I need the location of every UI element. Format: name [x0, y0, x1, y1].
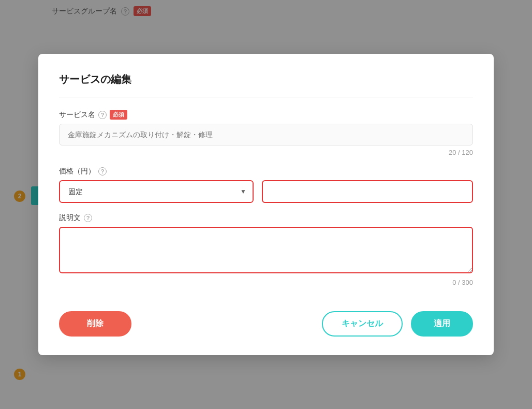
price-help-icon[interactable]: ?: [98, 167, 107, 176]
price-value-input[interactable]: [262, 180, 473, 203]
price-type-select[interactable]: 固定 変動 無料: [60, 181, 253, 202]
modal-footer: 削除 キャンセル 適用: [59, 311, 473, 337]
modal-overlay: サービスの編集 サービス名 ? 必須 20 / 120 価格（円） ? 固定: [0, 0, 532, 409]
service-name-help-icon[interactable]: ?: [98, 111, 107, 119]
delete-button[interactable]: 削除: [59, 311, 131, 337]
service-name-label-row: サービス名 ? 必須: [59, 110, 473, 120]
description-label: 説明文: [59, 213, 81, 223]
service-name-label: サービス名: [59, 110, 95, 120]
modal-divider: [59, 97, 473, 97]
footer-right-buttons: キャンセル 適用: [322, 311, 473, 337]
price-row: 固定 変動 無料 ▼: [59, 180, 473, 203]
price-label-row: 価格（円） ?: [59, 167, 473, 176]
description-label-row: 説明文 ?: [59, 213, 473, 223]
desc-char-count: 0 / 300: [59, 279, 473, 286]
price-type-select-inner: 固定 変動 無料 ▼: [60, 181, 253, 202]
description-textarea[interactable]: [59, 227, 473, 273]
cancel-button[interactable]: キャンセル: [322, 311, 403, 337]
price-type-select-wrap: 固定 変動 無料 ▼: [59, 180, 254, 203]
apply-button[interactable]: 適用: [411, 311, 473, 337]
service-name-required-badge: 必須: [110, 110, 127, 120]
modal-dialog: サービスの編集 サービス名 ? 必須 20 / 120 価格（円） ? 固定: [38, 54, 494, 355]
price-label: 価格（円）: [59, 167, 95, 176]
description-help-icon[interactable]: ?: [84, 214, 92, 222]
service-name-input[interactable]: [59, 124, 473, 145]
service-name-char-count: 20 / 120: [59, 149, 473, 156]
page-background: サービスグループ名 ? 必須 2 1 サービスの編集 サービス名 ? 必須 20…: [0, 0, 532, 409]
modal-title: サービスの編集: [59, 72, 473, 86]
